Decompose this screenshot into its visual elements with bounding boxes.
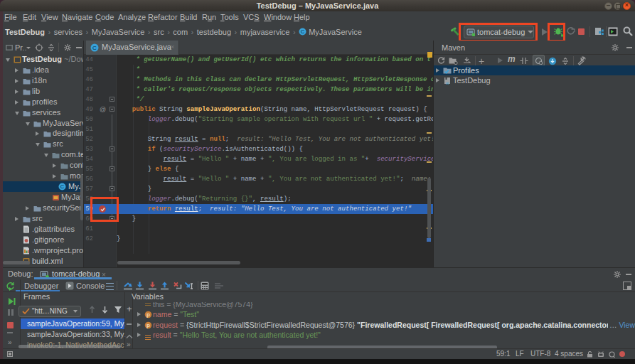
svg-text:p: p (146, 311, 150, 318)
svg-text:m: m (446, 81, 449, 85)
svg-text:C: C (60, 183, 65, 190)
svg-text:C: C (301, 28, 305, 35)
svg-text:p: p (146, 322, 150, 328)
svg-text:C: C (92, 45, 97, 51)
